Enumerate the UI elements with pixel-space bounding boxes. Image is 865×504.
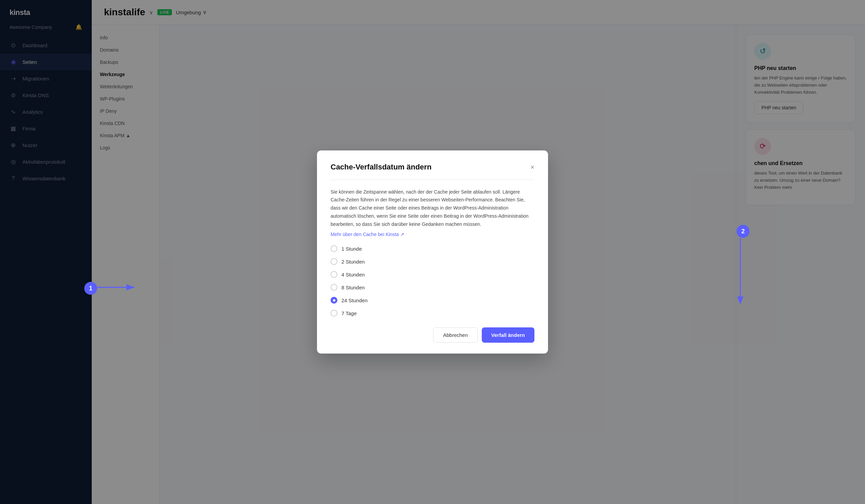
radio-group: 1 Stunde 2 Stunden 4 Stunden 8 Stunden 2…: [331, 245, 534, 317]
submit-button[interactable]: Verfall ändern: [482, 327, 534, 343]
radio-circle-24h: [331, 297, 337, 304]
radio-circle-4h: [331, 271, 337, 278]
annotation-bubble-1: 1: [84, 282, 97, 295]
radio-circle-8h: [331, 284, 337, 291]
annotation-arrow-2: [737, 238, 743, 306]
radio-7d[interactable]: 7 Tage: [331, 310, 534, 317]
modal-description: Sie können die Zeitspanne wählen, nach d…: [331, 188, 534, 228]
radio-circle-2h: [331, 258, 337, 265]
radio-2h[interactable]: 2 Stunden: [331, 258, 534, 265]
cancel-button[interactable]: Abbrechen: [433, 327, 478, 343]
radio-label-24h: 24 Stunden: [342, 297, 368, 303]
radio-4h[interactable]: 4 Stunden: [331, 271, 534, 278]
annotation-bubble-2: 2: [737, 225, 749, 238]
radio-circle-7d: [331, 310, 337, 317]
radio-label-2h: 2 Stunden: [342, 259, 365, 265]
modal-footer: Abbrechen Verfall ändern: [331, 327, 534, 343]
radio-label-1h: 1 Stunde: [342, 246, 362, 252]
annotation-arrow-1: [97, 284, 138, 290]
modal-title: Cache-Verfallsdatum ändern: [331, 163, 431, 172]
radio-label-7d: 7 Tage: [342, 310, 357, 316]
modal-divider: [331, 180, 534, 180]
radio-circle-1h: [331, 245, 337, 252]
modal-overlay[interactable]: 1 Cache-Verfallsdatum ändern × Sie könne…: [0, 0, 865, 504]
radio-1h[interactable]: 1 Stunde: [331, 245, 534, 252]
modal-header: Cache-Verfallsdatum ändern ×: [331, 163, 534, 172]
external-link-icon: ↗: [400, 231, 404, 239]
radio-8h[interactable]: 8 Stunden: [331, 284, 534, 291]
radio-label-8h: 8 Stunden: [342, 285, 365, 290]
radio-24h[interactable]: 24 Stunden: [331, 297, 534, 304]
modal-link[interactable]: Mehr über den Cache bei Kinsta ↗: [331, 231, 534, 239]
radio-label-4h: 4 Stunden: [342, 272, 365, 278]
modal: Cache-Verfallsdatum ändern × Sie können …: [317, 151, 548, 354]
modal-close-button[interactable]: ×: [530, 164, 534, 171]
modal-body: Sie können die Zeitspanne wählen, nach d…: [331, 188, 534, 239]
modal-link-text: Mehr über den Cache bei Kinsta: [331, 231, 399, 239]
